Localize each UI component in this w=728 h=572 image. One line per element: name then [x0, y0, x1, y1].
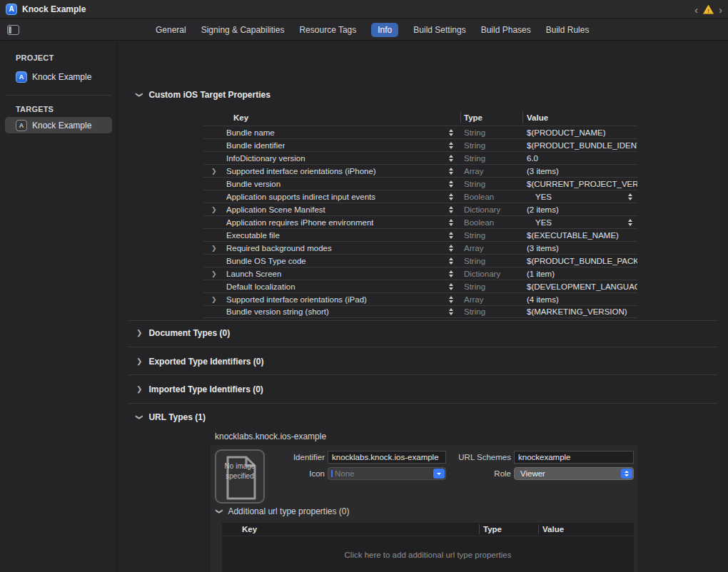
key-stepper-icon[interactable] [449, 129, 453, 136]
table-row[interactable]: ❯Required background modes Array (3 item… [203, 241, 637, 254]
property-key: Launch Screen [226, 270, 281, 278]
property-type: Dictionary [460, 270, 522, 278]
disclosure-chevron-icon[interactable]: ❯ [211, 296, 217, 303]
table-row[interactable]: Bundle name String $(PRODUCT_NAME) [203, 126, 637, 138]
text-caret [331, 470, 333, 477]
table-row[interactable]: Bundle version string (short) String $(M… [203, 305, 637, 318]
key-stepper-icon[interactable] [449, 257, 453, 265]
tab-signing-capabilities[interactable]: Signing & Capabilities [201, 25, 285, 35]
sidebar-toggle-icon[interactable] [7, 25, 19, 35]
chevron-right-icon: ❯ [136, 386, 142, 393]
add-properties-message[interactable]: Click here to add additional url type pr… [345, 551, 512, 559]
property-key: Application supports indirect input even… [226, 193, 375, 201]
empty-table-body[interactable]: Click here to add additional url type pr… [222, 536, 634, 572]
key-stepper-icon[interactable] [449, 155, 453, 162]
tab-resource-tags[interactable]: Resource Tags [299, 25, 356, 35]
table-row[interactable]: ❯Launch Screen Dictionary (1 item) [203, 267, 637, 280]
tab-build-phases[interactable]: Build Phases [481, 25, 531, 35]
role-popup-value: Viewer [515, 469, 545, 478]
table-row[interactable]: Default localization String $(DEVELOPMEN… [203, 280, 637, 292]
key-stepper-icon[interactable] [449, 180, 453, 188]
column-header-value: Value [538, 524, 634, 534]
table-row[interactable]: Application requires iPhone environment … [203, 215, 637, 228]
property-value: 6.0 [527, 154, 538, 163]
section-url-types[interactable]: ❯ URL Types (1) [136, 412, 206, 422]
editor-tabbar: General Signing & Capabilities Resource … [0, 19, 728, 41]
section-divider [128, 374, 717, 375]
tab-info[interactable]: Info [371, 23, 398, 37]
targets-section-header: TARGETS [16, 105, 117, 113]
url-type-image-well[interactable]: No image specified [215, 449, 265, 504]
column-header-value: Value [522, 112, 637, 123]
key-stepper-icon[interactable] [449, 245, 453, 252]
table-row[interactable]: Bundle version String $(CURRENT_PROJECT_… [203, 177, 637, 190]
warning-icon[interactable]: ! [703, 5, 714, 14]
key-stepper-icon[interactable] [449, 232, 453, 239]
property-value: (2 items) [527, 205, 559, 214]
key-stepper-icon[interactable] [449, 142, 453, 149]
role-popup-button[interactable]: Viewer [514, 467, 634, 480]
key-stepper-icon[interactable] [449, 308, 453, 315]
section-exported-type-identifiers[interactable]: ❯ Exported Type Identifiers (0) [136, 357, 264, 367]
combobox-disclosure-button[interactable] [433, 469, 445, 479]
key-stepper-icon[interactable] [449, 270, 453, 277]
additional-properties-table: Key Type Value Click here to add additio… [222, 523, 634, 572]
property-type: String [460, 307, 522, 316]
tab-general[interactable]: General [156, 25, 186, 35]
property-value: $(DEVELOPMENT_LANGUAGI [527, 282, 637, 291]
property-type: String [460, 231, 522, 240]
key-stepper-icon[interactable] [449, 206, 453, 213]
property-type: Array [460, 167, 522, 175]
property-type: Boolean [460, 218, 522, 227]
disclosure-chevron-icon[interactable]: ❯ [211, 270, 217, 277]
additional-properties-header[interactable]: ❯ Additional url type properties (0) [216, 506, 349, 516]
property-value: (3 items) [527, 244, 559, 252]
section-divider [128, 320, 717, 321]
url-schemes-input[interactable] [514, 451, 634, 464]
property-type: Array [460, 295, 522, 304]
disclosure-chevron-icon[interactable]: ❯ [211, 168, 217, 175]
sidebar-item-project[interactable]: A Knock Example [16, 69, 117, 85]
value-stepper-icon[interactable] [628, 219, 632, 226]
value-stepper-icon[interactable] [628, 193, 632, 200]
disclosure-chevron-icon[interactable]: ❯ [211, 206, 217, 213]
property-type: String [460, 128, 522, 137]
no-image-label: No image specified [216, 461, 263, 481]
table-row[interactable]: ❯Supported interface orientations (iPhon… [203, 164, 637, 177]
disclosure-chevron-icon[interactable]: ❯ [211, 245, 217, 252]
property-value: (1 item) [527, 270, 555, 278]
table-row[interactable]: InfoDictionary version String 6.0 [203, 151, 637, 164]
back-button[interactable]: ‹ [694, 4, 698, 15]
tab-build-settings[interactable]: Build Settings [413, 25, 465, 35]
section-custom-ios-target-properties[interactable]: ❯ Custom iOS Target Properties [136, 90, 271, 100]
icon-combobox[interactable]: None [328, 467, 446, 480]
identifier-input[interactable] [328, 451, 446, 464]
table-row[interactable]: ❯Application Scene Manifest Dictionary (… [203, 203, 637, 215]
column-header-key: Key [222, 525, 479, 533]
forward-button[interactable]: › [719, 4, 722, 15]
key-stepper-icon[interactable] [449, 219, 453, 226]
property-key: Bundle version [226, 180, 280, 188]
key-stepper-icon[interactable] [449, 296, 453, 303]
table-row[interactable]: Executable file String $(EXECUTABLE_NAME… [203, 228, 637, 241]
tab-build-rules[interactable]: Build Rules [546, 25, 590, 35]
xcode-project-icon: A [6, 4, 17, 15]
property-key: Supported interface orientations (iPad) [226, 295, 367, 304]
section-imported-type-identifiers[interactable]: ❯ Imported Type Identifiers (0) [136, 384, 263, 394]
sidebar-item-target[interactable]: A Knock Example [5, 117, 112, 133]
table-row[interactable]: Bundle OS Type code String $(PRODUCT_BUN… [203, 254, 637, 267]
chevron-down-icon: ❯ [216, 509, 223, 514]
property-value: (3 items) [527, 167, 559, 175]
chevron-down-icon: ❯ [136, 92, 143, 98]
table-row[interactable]: ❯Supported interface orientations (iPad)… [203, 292, 637, 305]
table-row[interactable]: Bundle identifier String $(PRODUCT_BUNDL… [203, 138, 637, 151]
url-schemes-label: URL Schemes [453, 453, 511, 461]
chevron-right-icon: ❯ [136, 358, 142, 365]
key-stepper-icon[interactable] [449, 283, 453, 290]
key-stepper-icon[interactable] [449, 193, 453, 200]
section-document-types[interactable]: ❯ Document Types (0) [136, 328, 230, 338]
property-type: String [460, 154, 522, 163]
table-row[interactable]: Application supports indirect input even… [203, 190, 637, 203]
key-stepper-icon[interactable] [449, 168, 453, 175]
table-header-row: Key Type Value [203, 110, 637, 126]
